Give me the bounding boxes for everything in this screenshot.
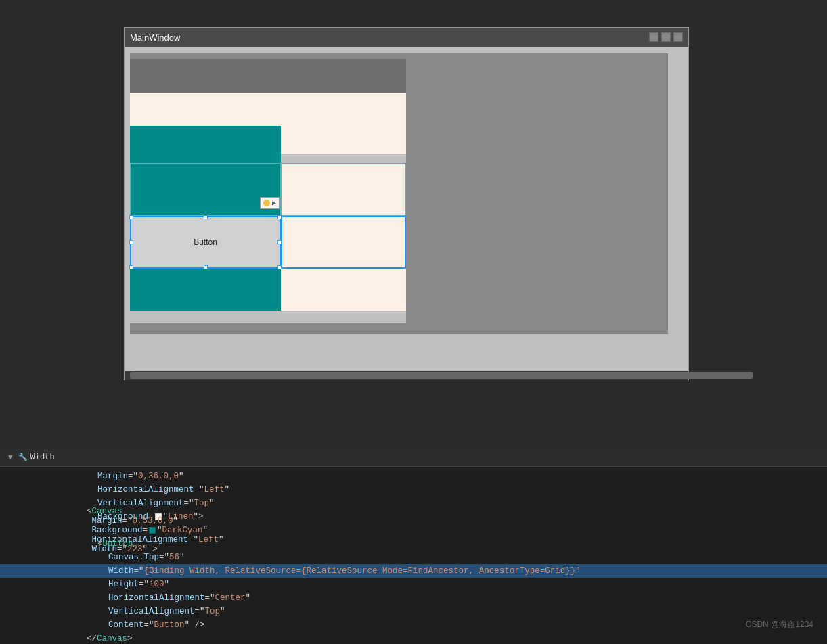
- top-gray-bar: [130, 59, 406, 93]
- handle-top-mid: [204, 215, 208, 219]
- handle-top-left: [129, 215, 133, 219]
- close-button[interactable]: [673, 32, 683, 42]
- darkcyan-canvas-block: [130, 126, 281, 163]
- main-window: MainWindow: [124, 27, 689, 380]
- title-bar-buttons: [649, 32, 683, 42]
- maximize-button[interactable]: [661, 32, 671, 42]
- filter-icon[interactable]: ▼: [8, 453, 13, 461]
- code-text-13: </Canvas>: [46, 624, 133, 644]
- tooltip-indicator: ▶: [260, 197, 280, 209]
- tooltip-arrow: ▶: [272, 199, 276, 207]
- scrollbar-thumb[interactable]: [130, 372, 753, 379]
- minimize-button[interactable]: [649, 32, 658, 42]
- code-editor: ▼ 🔧 Width Margin="0,36,0,0" HorizontalAl…: [0, 448, 827, 644]
- wrench-icon: 🔧: [18, 453, 28, 461]
- watermark: CSDN @海盗1234: [746, 619, 813, 630]
- grid-cell-mid-right: [281, 216, 406, 269]
- designer-area: ▶ Button: [125, 47, 688, 371]
- handle-mid-right: [277, 240, 282, 244]
- code-content: Margin="0,36,0,0" HorizontalAlignment="L…: [0, 467, 827, 644]
- code-header-left: ▼ 🔧 Width: [8, 453, 55, 462]
- handle-top-right: [277, 215, 282, 219]
- width-label: 🔧 Width: [18, 453, 55, 462]
- wpf-canvas: ▶ Button: [130, 53, 668, 334]
- window-title: MainWindow: [130, 32, 180, 43]
- bottom-strip: [130, 310, 406, 323]
- button-label: Button: [194, 237, 217, 247]
- window-surface: ▶ Button: [130, 59, 406, 323]
- bulb-icon: [263, 200, 270, 206]
- horizontal-scrollbar[interactable]: [125, 371, 688, 380]
- grid-cell-mid-left[interactable]: ▶ Button: [130, 216, 281, 269]
- grid-cell-top-right: [281, 163, 406, 216]
- grid-container: ▶ Button: [130, 163, 406, 319]
- code-line-13: </Canvas>: [0, 632, 827, 644]
- grid-cell-top-left: [130, 163, 281, 216]
- handle-mid-left: [129, 240, 133, 244]
- grid-row-2: ▶ Button: [130, 216, 406, 269]
- title-bar: MainWindow: [125, 28, 688, 47]
- code-header: ▼ 🔧 Width: [0, 448, 827, 467]
